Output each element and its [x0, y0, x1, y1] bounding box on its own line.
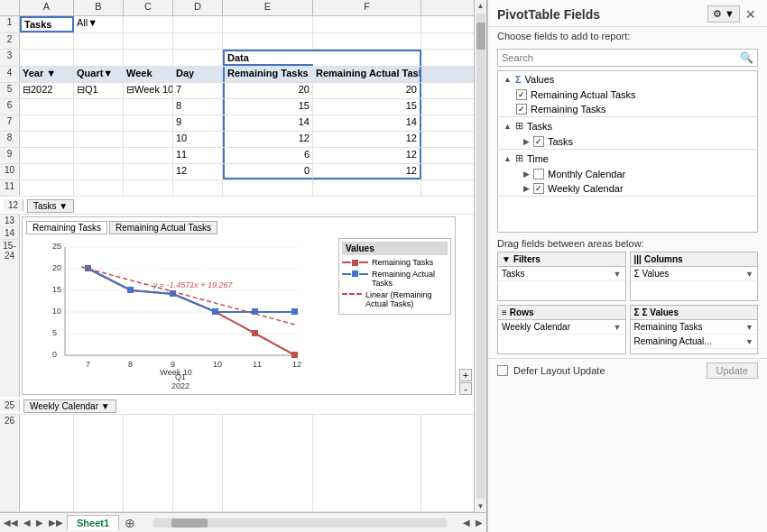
columns-item-values[interactable]: Σ Values ▼	[631, 267, 758, 281]
field-checkbox-weekly[interactable]: ✓	[533, 183, 544, 194]
columns-header: ||| Columns	[631, 252, 758, 267]
svg-rect-26	[85, 265, 91, 271]
row-num: 1	[0, 16, 20, 32]
cell-b3	[74, 50, 124, 66]
tasks-section-header[interactable]: ▲ ⊞ Tasks	[498, 117, 757, 134]
col-header-a[interactable]: A	[20, 0, 74, 15]
sheet-tab-sheet1[interactable]: Sheet1	[67, 515, 119, 530]
weekly-calendar-dropdown[interactable]: Weekly Calendar ▼	[20, 399, 120, 413]
vertical-scrollbar[interactable]: ▲ ▼	[474, 0, 486, 512]
chart-plus-btn[interactable]: +	[459, 369, 472, 381]
col-header-e[interactable]: E	[223, 0, 313, 15]
table-row: 9 11 6 12	[0, 148, 474, 164]
values-section-header[interactable]: ▲ Σ Values	[498, 71, 757, 87]
chart-body: 25 20 15 10 5 0	[26, 238, 451, 390]
h-scroll-thumb[interactable]	[171, 518, 208, 527]
tasks-dropdown[interactable]: Tasks ▼	[23, 200, 78, 211]
svg-text:15: 15	[52, 285, 61, 294]
cell-f7: 14	[313, 115, 421, 131]
values-item-actual-arrow[interactable]: ▼	[745, 337, 753, 346]
filters-item-tasks[interactable]: Tasks ▼	[498, 267, 625, 281]
row-num: 5	[0, 83, 20, 98]
row-num: 15-24	[0, 240, 20, 397]
cell-b7	[74, 115, 124, 131]
drag-label: Drag fields between areas below:	[488, 233, 767, 252]
cell-a1[interactable]: Tasks	[20, 16, 74, 32]
svg-text:y = -1.4571x + 19.267: y = -1.4571x + 19.267	[152, 280, 234, 289]
chart-container: Remaining Tasks Remaining Actual Tasks 2…	[22, 216, 456, 395]
row-num: 8	[0, 132, 20, 147]
pivot-close-btn[interactable]: ✕	[744, 7, 758, 22]
field-label-weekly: Weekly Calendar	[548, 183, 624, 194]
field-label-tasks: Tasks	[548, 136, 573, 147]
pivot-search-box[interactable]: 🔍	[497, 49, 758, 67]
scroll-down-btn[interactable]: ▼	[476, 500, 486, 512]
values-item-remaining[interactable]: Remaining Tasks ▼	[631, 320, 758, 335]
chart-minus-btn[interactable]: -	[459, 382, 472, 395]
cell-f4[interactable]: Remaining Actual Tasks	[313, 67, 421, 82]
sheet-nav-prev[interactable]: ◀	[22, 518, 32, 527]
update-button[interactable]: Update	[707, 362, 758, 379]
rows-item-weekly[interactable]: Weekly Calendar ▼	[498, 320, 625, 335]
columns-item-arrow[interactable]: ▼	[745, 270, 753, 279]
row-num: 10	[0, 164, 20, 179]
filters-item-arrow[interactable]: ▼	[614, 270, 622, 279]
chart-tab-actual[interactable]: Remaining Actual Tasks	[109, 221, 217, 234]
cell-c7	[124, 115, 173, 131]
time-section-header[interactable]: ▲ ⊞ Time	[498, 150, 757, 167]
col-header-c[interactable]: C	[124, 0, 173, 15]
field-label-monthly: Monthly Calendar	[548, 169, 625, 179]
col-header-d[interactable]: D	[173, 0, 223, 15]
scroll-up-btn[interactable]: ▲	[476, 0, 486, 12]
cell-b4[interactable]: Quart▼	[74, 67, 124, 82]
pivot-settings-btn[interactable]: ⚙ ▼	[707, 5, 740, 23]
chart-svg-container: 25 20 15 10 5 0	[26, 238, 335, 390]
sheet-nav-last[interactable]: ▶▶	[47, 518, 65, 527]
chart-tab-remaining[interactable]: Remaining Tasks	[26, 221, 107, 234]
cell-a6	[20, 99, 74, 115]
table-row: 3 Data	[0, 50, 474, 67]
add-sheet-btn[interactable]: ⊕	[121, 516, 139, 530]
cell-c5: ⊟Week 10	[124, 83, 173, 98]
cell-e8: 12	[223, 132, 313, 147]
rows-item-arrow[interactable]: ▼	[614, 323, 622, 332]
pivot-header: PivotTable Fields ⚙ ▼ ✕	[488, 0, 767, 27]
field-checkbox-tasks[interactable]: ✓	[533, 136, 544, 147]
scroll-thumb[interactable]	[476, 23, 485, 50]
cell-d1	[173, 16, 223, 32]
values-item-remaining-arrow[interactable]: ▼	[745, 323, 753, 332]
col-header-b[interactable]: B	[74, 0, 124, 15]
h-scroll-left[interactable]: ◀	[461, 518, 472, 527]
cell-d4[interactable]: Day	[173, 67, 223, 82]
row-num: 9	[0, 148, 20, 163]
cell-d8: 10	[173, 132, 223, 147]
pivot-search-input[interactable]	[502, 52, 740, 63]
cell-e6: 15	[223, 99, 313, 115]
field-checkbox-remaining-actual[interactable]: ✓	[516, 89, 527, 100]
h-scroll-track[interactable]	[153, 518, 447, 527]
cell-b1[interactable]: All▼	[74, 16, 124, 32]
row-num: 12	[4, 199, 23, 211]
values-label: Σ Values	[642, 307, 679, 317]
defer-checkbox[interactable]	[497, 365, 508, 376]
cell-a4[interactable]: Year ▼	[20, 67, 74, 82]
rows-item-text: Weekly Calendar	[502, 322, 614, 332]
cell-e4[interactable]: Remaining Tasks	[223, 67, 313, 82]
table-row: 5 ⊟2022 ⊟Q1 ⊟Week 10 7 20 20	[0, 83, 474, 99]
col-header-f[interactable]: F	[313, 0, 421, 15]
cell-c4[interactable]: Week	[124, 67, 173, 82]
cell-f2	[313, 33, 421, 49]
field-checkbox-monthly[interactable]	[533, 169, 544, 179]
cell-e2	[223, 33, 313, 49]
expand-weekly-arrow: ▶	[523, 184, 530, 193]
scroll-track[interactable]	[476, 14, 485, 499]
field-checkbox-remaining-tasks[interactable]: ✓	[516, 104, 527, 115]
search-icon: 🔍	[740, 51, 753, 64]
cell-f5: 20	[313, 83, 421, 98]
cell-f6: 15	[313, 99, 421, 115]
h-scroll-right[interactable]: ▶	[474, 518, 485, 527]
values-item-actual[interactable]: Remaining Actual... ▼	[631, 335, 758, 349]
sheet-nav-next[interactable]: ▶	[34, 518, 45, 527]
sheet-nav-first[interactable]: ◀◀	[2, 518, 20, 527]
values-section: ▲ Σ Values ✓ Remaining Actual Tasks ✓ Re…	[498, 71, 757, 117]
